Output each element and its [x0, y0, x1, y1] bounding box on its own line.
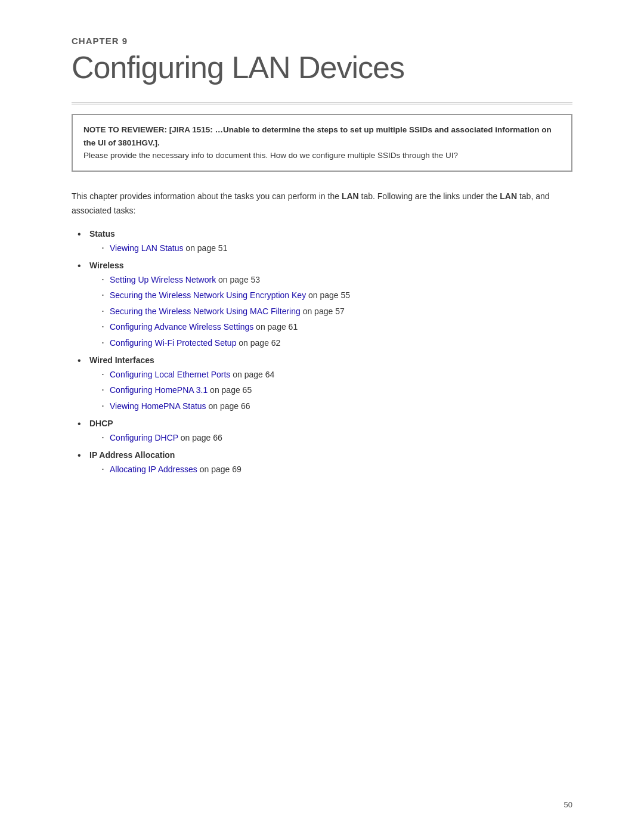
- link-2-0[interactable]: Configuring Local Ethernet Ports: [110, 370, 230, 379]
- sub-list-2: Configuring Local Ethernet Ports on page…: [89, 368, 572, 413]
- list-item-2-0: Configuring Local Ethernet Ports on page…: [101, 368, 572, 381]
- chapter-label: CHAPTER 9: [72, 36, 572, 46]
- link-2-2[interactable]: Viewing HomePNA Status: [110, 401, 206, 411]
- list-item-3-0: Configuring DHCP on page 66: [101, 431, 572, 444]
- link-1-1[interactable]: Securing the Wireless Network Using Encr…: [110, 290, 306, 300]
- list-item-2-2: Viewing HomePNA Status on page 66: [101, 400, 572, 413]
- top-divider: [72, 103, 572, 104]
- sub-list-4: Allocating IP Addresses on page 69: [89, 463, 572, 476]
- sub-list-1: Setting Up Wireless Network on page 53Se…: [89, 273, 572, 349]
- sub-list-0: Viewing LAN Status on page 51: [89, 241, 572, 255]
- link-3-0[interactable]: Configuring DHCP: [110, 433, 178, 442]
- section-item-2: Wired InterfacesConfiguring Local Ethern…: [89, 355, 572, 413]
- note-box: NOTE TO REVIEWER: [JIRA 1515: …Unable to…: [72, 114, 572, 172]
- link-1-3[interactable]: Configuring Advance Wireless Settings: [110, 322, 253, 332]
- note-normal-text: Please provide the necessary info to doc…: [83, 151, 458, 160]
- list-item-2-1: Configuring HomePNA 3.1 on page 65: [101, 383, 572, 397]
- list-item-1-3: Configuring Advance Wireless Settings on…: [101, 320, 572, 333]
- list-item-1-0: Setting Up Wireless Network on page 53: [101, 273, 572, 286]
- link-suffix-1-0: on page 53: [216, 275, 260, 284]
- link-1-0[interactable]: Setting Up Wireless Network: [110, 275, 216, 284]
- link-suffix-1-4: on page 62: [236, 338, 280, 348]
- section-item-3: DHCPConfiguring DHCP on page 66: [89, 419, 572, 444]
- page-number: 50: [564, 800, 572, 809]
- section-item-4: IP Address AllocationAllocating IP Addre…: [89, 450, 572, 476]
- list-item-4-0: Allocating IP Addresses on page 69: [101, 463, 572, 476]
- link-1-2[interactable]: Securing the Wireless Network Using MAC …: [110, 306, 301, 316]
- link-suffix-2-0: on page 64: [230, 370, 274, 379]
- link-suffix-4-0: on page 69: [197, 465, 242, 474]
- intro-text-mid: tab. Following are the links under the: [359, 191, 500, 201]
- link-suffix-3-0: on page 66: [178, 433, 222, 442]
- section-label-2: Wired Interfaces: [89, 355, 154, 365]
- link-suffix-1-1: on page 55: [306, 290, 350, 300]
- list-item-1-2: Securing the Wireless Network Using MAC …: [101, 305, 572, 318]
- link-suffix-1-3: on page 61: [253, 322, 298, 332]
- section-label-0: Status: [89, 229, 115, 239]
- section-label-1: Wireless: [89, 261, 123, 270]
- link-2-1[interactable]: Configuring HomePNA 3.1: [110, 385, 208, 395]
- link-1-4[interactable]: Configuring Wi-Fi Protected Setup: [110, 338, 236, 348]
- link-suffix-2-2: on page 66: [206, 401, 250, 411]
- intro-paragraph: This chapter provides information about …: [72, 190, 572, 218]
- link-4-0[interactable]: Allocating IP Addresses: [110, 465, 197, 474]
- link-suffix-0-0: on page 51: [183, 243, 227, 253]
- section-label-3: DHCP: [89, 419, 113, 428]
- link-0-0[interactable]: Viewing LAN Status: [110, 243, 183, 253]
- list-item-1-1: Securing the Wireless Network Using Encr…: [101, 289, 572, 302]
- link-suffix-2-1: on page 65: [208, 385, 252, 395]
- sub-list-3: Configuring DHCP on page 66: [89, 431, 572, 444]
- list-item-0-0: Viewing LAN Status on page 51: [101, 241, 572, 255]
- list-item-1-4: Configuring Wi-Fi Protected Setup on pag…: [101, 336, 572, 349]
- section-item-0: StatusViewing LAN Status on page 51: [89, 229, 572, 255]
- intro-bold-lan-2: LAN: [500, 191, 517, 201]
- section-item-1: WirelessSetting Up Wireless Network on p…: [89, 261, 572, 349]
- section-label-4: IP Address Allocation: [89, 450, 175, 460]
- sections-list: StatusViewing LAN Status on page 51Wirel…: [72, 229, 572, 476]
- intro-text-before: This chapter provides information about …: [72, 191, 342, 201]
- note-bold-text: NOTE TO REVIEWER: [JIRA 1515: …Unable to…: [83, 125, 552, 147]
- intro-bold-lan-1: LAN: [342, 191, 359, 201]
- link-suffix-1-2: on page 57: [301, 306, 345, 316]
- chapter-title: Configuring LAN Devices: [72, 51, 572, 85]
